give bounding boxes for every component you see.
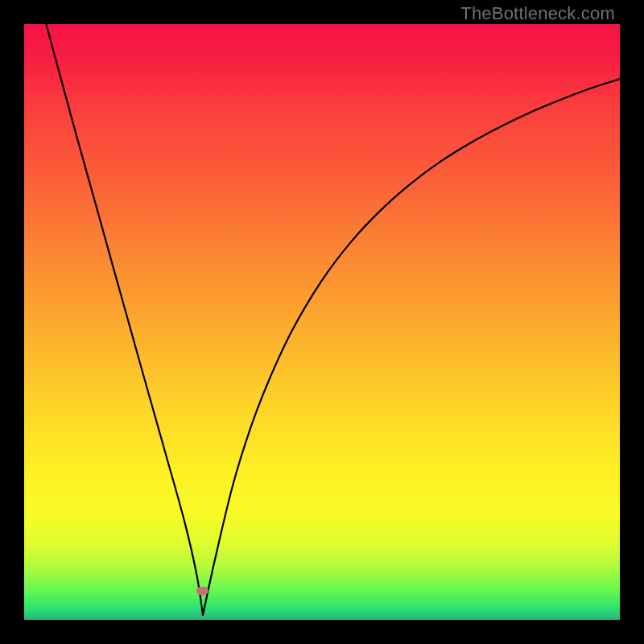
bottleneck-curve — [24, 24, 620, 620]
watermark-text: TheBottleneck.com — [460, 3, 615, 24]
chart-outer-frame: TheBottleneck.com — [0, 0, 644, 644]
plot-area — [24, 24, 620, 620]
minimum-marker — [196, 587, 208, 595]
